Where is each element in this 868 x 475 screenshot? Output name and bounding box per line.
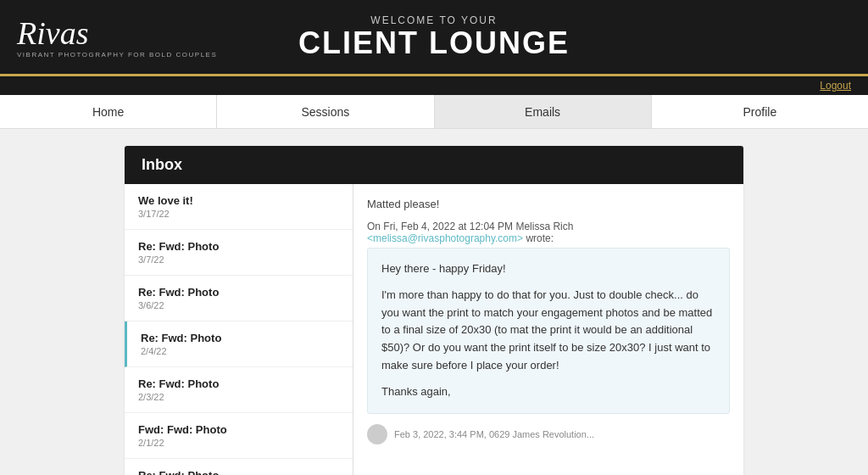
quoted-header-text: On Fri, Feb 4, 2022 at 12:04 PM Melissa … <box>367 221 573 232</box>
welcome-top: WELCOME TO YOUR <box>298 14 570 26</box>
logout-link[interactable]: Logout <box>820 80 851 92</box>
email-date: 3/6/22 <box>138 300 339 310</box>
logo-tagline: VIBRANT PHOTOGRAPHY FOR BOLD COUPLES <box>17 50 217 58</box>
email-subject: Fwd: Fwd: Photo <box>138 423 339 436</box>
email-body-paragraph: Hey there - happy Friday! <box>381 260 715 278</box>
quoted-wrote: wrote: <box>523 232 554 244</box>
inbox-body: We love it!3/17/22Re: Fwd: Photo3/7/22Re… <box>125 184 743 475</box>
email-list-item[interactable]: Re: Fwd: Photo1/9/22 <box>125 459 353 475</box>
inbox-container: Inbox We love it!3/17/22Re: Fwd: Photo3/… <box>125 146 743 475</box>
email-body-paragraph: Thanks again, <box>381 383 715 401</box>
avatar <box>367 424 387 444</box>
email-body-paragraph: I'm more than happy to do that for you. … <box>381 287 715 375</box>
email-list-item[interactable]: Fwd: Fwd: Photo2/1/22 <box>125 413 353 459</box>
email-list: We love it!3/17/22Re: Fwd: Photo3/7/22Re… <box>125 184 353 475</box>
nav-sessions[interactable]: Sessions <box>217 95 434 128</box>
nav: Home Sessions Emails Profile <box>0 95 868 129</box>
email-footer: Feb 3, 2022, 3:44 PM, 0629 James Revolut… <box>367 424 730 444</box>
main-content: Inbox We love it!3/17/22Re: Fwd: Photo3/… <box>0 129 868 475</box>
nav-emails[interactable]: Emails <box>435 95 652 128</box>
email-subject: Re: Fwd: Photo <box>138 240 339 253</box>
email-subject: We love it! <box>138 194 339 207</box>
quoted-header: On Fri, Feb 4, 2022 at 12:04 PM Melissa … <box>367 221 730 244</box>
email-list-item[interactable]: We love it!3/17/22 <box>125 184 353 230</box>
header: Rivas VIBRANT PHOTOGRAPHY FOR BOLD COUPL… <box>0 0 868 76</box>
email-date: 3/7/22 <box>138 254 339 265</box>
logo: Rivas VIBRANT PHOTOGRAPHY FOR BOLD COUPL… <box>17 16 217 58</box>
email-subject: Re: Fwd: Photo <box>141 332 339 344</box>
email-subject: Re: Fwd: Photo <box>138 377 339 390</box>
nav-home[interactable]: Home <box>0 95 217 128</box>
email-list-item[interactable]: Re: Fwd: Photo3/6/22 <box>125 276 353 321</box>
email-body-card: Hey there - happy Friday!I'm more than h… <box>367 248 730 414</box>
email-subject: Re: Fwd: Photo <box>138 469 339 475</box>
email-date: 2/4/22 <box>141 346 339 356</box>
email-date: 2/1/22 <box>138 438 339 448</box>
welcome-main: CLIENT LOUNGE <box>298 26 570 60</box>
email-detail: Matted please! On Fri, Feb 4, 2022 at 12… <box>353 184 743 475</box>
nav-profile[interactable]: Profile <box>652 95 868 128</box>
email-top-label: Matted please! <box>367 198 730 210</box>
email-date: 2/3/22 <box>138 392 339 402</box>
logout-bar: Logout <box>0 76 868 95</box>
inbox-header: Inbox <box>125 146 743 184</box>
quoted-email[interactable]: <melissa@rivasphotography.com> <box>367 232 523 244</box>
logo-text: Rivas <box>17 16 217 48</box>
email-list-item[interactable]: Re: Fwd: Photo2/3/22 <box>125 367 353 413</box>
email-list-item[interactable]: Re: Fwd: Photo2/4/22 <box>125 321 353 367</box>
footer-snippet-text: Feb 3, 2022, 3:44 PM, 0629 James Revolut… <box>394 429 594 439</box>
email-list-item[interactable]: Re: Fwd: Photo3/7/22 <box>125 230 353 276</box>
header-title: WELCOME TO YOUR CLIENT LOUNGE <box>298 14 570 60</box>
email-date: 3/17/22 <box>138 209 339 219</box>
email-subject: Re: Fwd: Photo <box>138 286 339 299</box>
